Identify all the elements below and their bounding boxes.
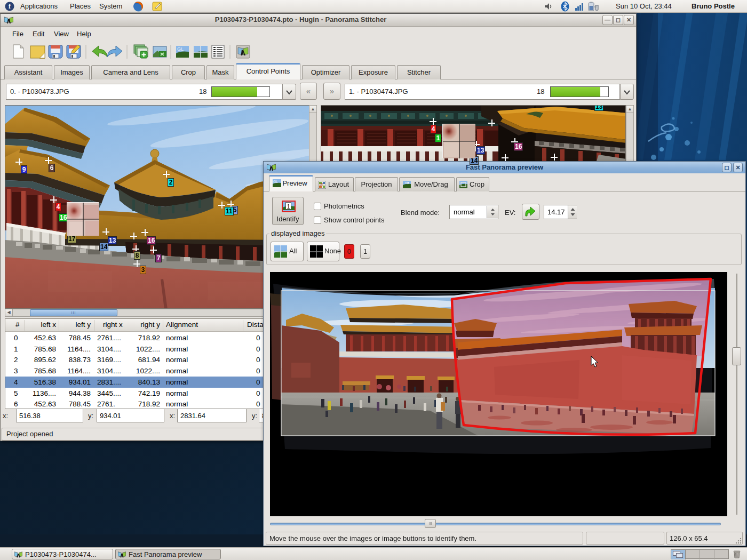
svg-text:IX: IX xyxy=(320,182,323,186)
svg-text:GL: GL xyxy=(273,180,278,183)
svg-text:GL: GL xyxy=(177,46,184,52)
